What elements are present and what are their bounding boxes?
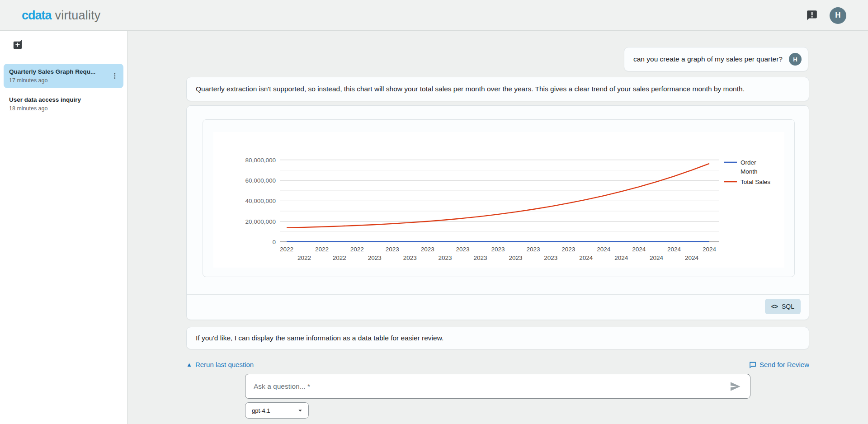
chart-message-card: 020,000,00040,000,00060,000,00080,000,00…	[186, 105, 809, 320]
y-axis-label: 80,000,000	[245, 157, 276, 164]
legend-label: Total Sales	[741, 179, 770, 185]
legend-label: Order	[741, 159, 756, 166]
send-for-review-link[interactable]: Send for Review	[749, 361, 809, 368]
x-axis-label: 2024	[703, 246, 717, 253]
rerun-question-label: Rerun last question	[195, 361, 254, 368]
rerun-question-link[interactable]: ▲ Rerun last question	[186, 361, 254, 368]
x-axis-label: 2023	[526, 246, 540, 253]
chevron-down-icon	[297, 408, 303, 413]
send-for-review-label: Send for Review	[760, 361, 809, 368]
message-actions-row: ▲ Rerun last question Send for Review	[186, 361, 809, 368]
y-axis-label: 60,000,000	[245, 177, 276, 184]
x-axis-label: 2022	[350, 246, 364, 253]
assistant-message-card: Quarterly extraction isn't supported, so…	[186, 77, 809, 101]
user-avatar[interactable]: H	[830, 7, 846, 24]
topbar-actions: H	[806, 0, 846, 31]
x-axis-label: 2023	[368, 254, 382, 261]
new-chat-icon[interactable]	[13, 40, 23, 50]
conversation-list: Quarterly Sales Graph Requ... 17 minutes…	[0, 59, 127, 116]
conversation-item-quarterly-sales[interactable]: Quarterly Sales Graph Requ... 17 minutes…	[4, 64, 123, 88]
code-icon: <>	[771, 303, 778, 310]
app-root: cdata virtuality H Quarterly Sales Graph…	[0, 0, 868, 424]
x-axis-label: 2024	[632, 246, 646, 253]
conversation-title: User data access inquiry	[9, 96, 108, 103]
assistant-followup-card: If you'd like, I can display the same in…	[186, 327, 809, 349]
x-axis-label: 2023	[439, 254, 452, 261]
composer-panel: gpt-4.1	[127, 368, 868, 424]
x-axis-label: 2023	[421, 246, 434, 253]
top-bar: cdata virtuality H	[0, 0, 868, 31]
y-axis-label: 0	[272, 239, 276, 245]
legend-label: Month	[741, 168, 758, 175]
user-message-bubble: can you create a graph of my sales per q…	[624, 47, 808, 71]
conversation-item-user-data-access[interactable]: User data access inquiry 18 minutes ago	[4, 92, 123, 116]
x-axis-label: 2023	[403, 254, 417, 261]
sales-line-chart: 020,000,00040,000,00060,000,00080,000,00…	[213, 132, 784, 268]
chart-container: 020,000,00040,000,00060,000,00080,000,00…	[203, 119, 795, 277]
logo-cdata: cdata	[22, 9, 52, 23]
arrow-up-icon: ▲	[186, 361, 192, 368]
x-axis-label: 2022	[280, 246, 293, 253]
x-axis-label: 2024	[614, 254, 628, 261]
x-axis-label: 2023	[544, 254, 557, 261]
x-axis-label: 2023	[474, 254, 487, 261]
assistant-followup-text: If you'd like, I can display the same in…	[196, 334, 443, 342]
review-icon	[749, 361, 756, 368]
chat-area: can you create a graph of my sales per q…	[127, 31, 868, 424]
card-divider	[187, 294, 809, 295]
sql-button[interactable]: <> SQL	[765, 299, 801, 314]
x-axis-label: 2024	[667, 246, 681, 253]
x-axis-label: 2024	[579, 254, 593, 261]
x-axis-label: 2023	[386, 246, 399, 253]
model-selector[interactable]: gpt-4.1	[245, 402, 309, 419]
sql-button-label: SQL	[782, 303, 794, 310]
x-axis-label: 2022	[297, 254, 311, 261]
kebab-menu-icon[interactable]	[111, 72, 119, 80]
send-icon[interactable]	[729, 380, 741, 393]
sales-chart-svg: 020,000,00040,000,00060,000,00080,000,00…	[213, 132, 784, 268]
user-message-row: can you create a graph of my sales per q…	[624, 47, 808, 71]
conversation-time: 17 minutes ago	[9, 77, 108, 84]
conversation-time: 18 minutes ago	[9, 105, 108, 112]
y-axis-label: 20,000,000	[245, 218, 276, 225]
x-axis-label: 2022	[333, 254, 346, 261]
logo-virtuality: virtuality	[55, 9, 101, 23]
assistant-message-text: Quarterly extraction isn't supported, so…	[196, 85, 745, 93]
sidebar-header	[0, 31, 127, 59]
x-axis-label: 2024	[650, 254, 664, 261]
ask-question-input[interactable]	[245, 374, 750, 399]
model-name: gpt-4.1	[252, 407, 270, 414]
conversation-sidebar: Quarterly Sales Graph Requ... 17 minutes…	[0, 31, 127, 424]
user-message-avatar: H	[789, 53, 802, 66]
x-axis-label: 2023	[491, 246, 505, 253]
x-axis-label: 2022	[315, 246, 329, 253]
x-axis-label: 2023	[561, 246, 575, 253]
x-axis-label: 2023	[456, 246, 470, 253]
y-axis-label: 40,000,000	[245, 198, 276, 204]
x-axis-label: 2024	[597, 246, 611, 253]
conversation-title: Quarterly Sales Graph Requ...	[9, 68, 108, 75]
x-axis-label: 2023	[509, 254, 522, 261]
x-axis-label: 2024	[685, 254, 699, 261]
app-logo: cdata virtuality	[22, 0, 101, 31]
feedback-icon[interactable]	[806, 9, 818, 21]
total-sales-line	[287, 164, 709, 228]
user-message-text: can you create a graph of my sales per q…	[633, 55, 783, 63]
